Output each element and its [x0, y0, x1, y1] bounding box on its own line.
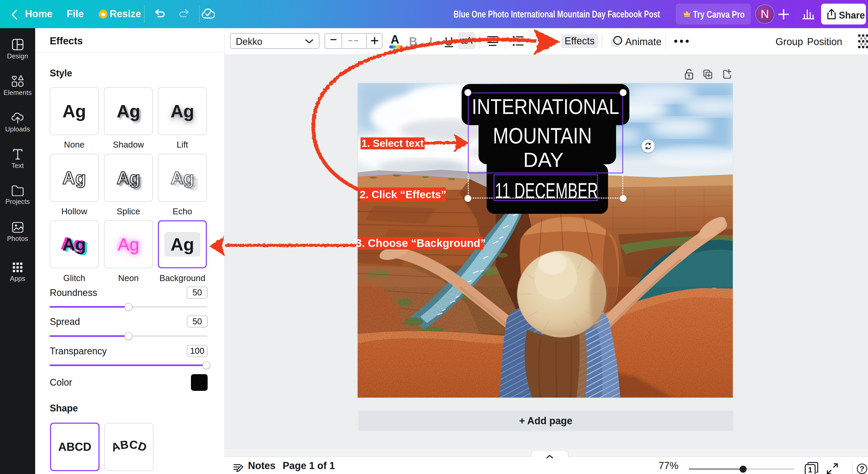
svg-text:1: 1 [808, 465, 812, 474]
svg-text:ABCD: ABCD [110, 438, 148, 454]
